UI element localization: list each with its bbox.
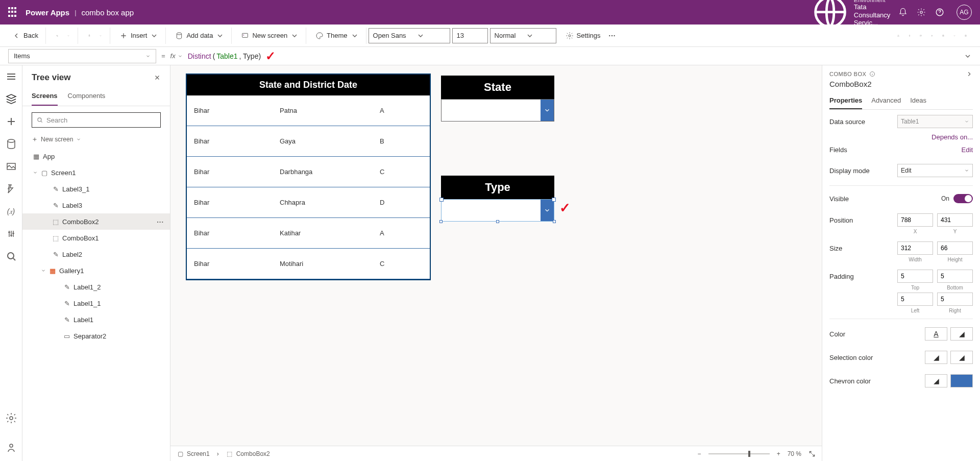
app-launcher-icon[interactable] (8, 7, 18, 17)
play-icon[interactable] (928, 32, 936, 40)
breadcrumb-screen[interactable]: ▢Screen1 (177, 450, 210, 457)
tree-node-separator2[interactable]: ▭Separator2 (22, 328, 170, 344)
avatar[interactable]: AG (957, 5, 972, 20)
height-input[interactable] (937, 241, 973, 255)
width-input[interactable] (897, 241, 933, 255)
sel-fill-color-button[interactable]: ◢ (950, 351, 973, 364)
data-source-dropdown[interactable]: Table1 (897, 115, 973, 128)
fit-icon[interactable] (808, 450, 816, 457)
rail-ask-icon[interactable] (5, 442, 17, 454)
tree-node-combobox1[interactable]: ⬚ComboBox1 (22, 230, 170, 246)
tree-search-input[interactable]: Search (32, 112, 161, 128)
fill-color-button[interactable]: ◢ (950, 327, 973, 341)
tab-screens[interactable]: Screens (32, 89, 58, 106)
rail-tools-icon[interactable] (5, 228, 17, 240)
svg-rect-9 (965, 35, 966, 36)
zoom-in-icon[interactable]: + (777, 450, 780, 457)
undo-icon[interactable] (53, 32, 61, 40)
checker-icon[interactable] (905, 32, 914, 40)
breadcrumb-control[interactable]: ⬚ComboBox2 (226, 450, 270, 457)
zoom-out-icon[interactable]: − (698, 450, 701, 457)
rail-data-icon[interactable] (5, 138, 17, 150)
theme-button[interactable]: Theme (313, 30, 360, 42)
tree-node-label2[interactable]: ✎Label2 (22, 246, 170, 262)
sel-font-color-button[interactable]: ◢ (925, 351, 947, 364)
chev-fill-color-button[interactable] (950, 374, 973, 387)
position-x-input[interactable] (897, 213, 933, 227)
tree-node-gallery1[interactable]: ▦Gallery1 (22, 262, 170, 279)
visible-toggle[interactable] (953, 194, 973, 203)
env-label: Environment (854, 0, 891, 3)
tab-components[interactable]: Components (68, 89, 106, 106)
fields-edit-link[interactable]: Edit (962, 146, 973, 154)
bell-icon[interactable] (898, 8, 908, 17)
chev-font-color-button[interactable]: ◢ (925, 374, 947, 387)
chevron-down-icon[interactable] (96, 32, 105, 40)
rail-search-icon[interactable] (5, 250, 17, 262)
font-dropdown[interactable]: Open Sans (369, 28, 450, 43)
canvas[interactable]: State and District Date BiharPatnaA Biha… (170, 65, 816, 288)
padding-left-input[interactable] (897, 293, 933, 306)
more-icon[interactable]: ··· (157, 218, 164, 226)
properties-panel: COMBO BOX ComboBox2 Properties Advanced … (822, 65, 980, 461)
combobox-type[interactable] (441, 199, 554, 222)
close-icon[interactable] (154, 74, 161, 81)
gear-icon (566, 32, 574, 40)
settings-button[interactable]: Settings (564, 30, 603, 42)
add-data-button[interactable]: Add data (173, 30, 226, 42)
new-screen-link[interactable]: New screen (22, 134, 170, 148)
padding-bottom-input[interactable] (937, 270, 973, 283)
rail-variable-icon[interactable]: (𝑥) (5, 205, 17, 217)
new-screen-button[interactable]: New screen (239, 30, 301, 42)
brand-name[interactable]: Power Apps (26, 8, 69, 17)
tree-node-label3-1[interactable]: ✎Label3_1 (22, 181, 170, 197)
padding-top-input[interactable] (897, 270, 933, 283)
zoom-slider[interactable] (708, 453, 770, 454)
rail-tree-icon[interactable] (5, 93, 17, 105)
font-size-input[interactable]: 13 (452, 28, 488, 43)
comment-icon[interactable] (917, 32, 925, 40)
rail-flow-icon[interactable] (5, 183, 17, 195)
rail-media-icon[interactable] (5, 160, 17, 173)
depends-on-link[interactable]: Depends on... (932, 133, 973, 141)
tree-node-screen1[interactable]: ▢Screen1 (22, 164, 170, 181)
tree-node-label1[interactable]: ✎Label1 (22, 311, 170, 328)
back-button[interactable]: Back (10, 30, 40, 42)
tree-node-label1-1[interactable]: ✎Label1_1 (22, 295, 170, 311)
rail-settings-icon[interactable] (5, 412, 17, 424)
more-icon[interactable]: ··· (606, 30, 619, 41)
share-icon[interactable] (894, 32, 902, 40)
tree-node-app[interactable]: ▦App (22, 148, 170, 164)
rail-hamburger-icon[interactable] (5, 70, 17, 83)
display-mode-dropdown[interactable]: Edit (897, 164, 973, 177)
info-icon[interactable] (869, 71, 875, 77)
font-color-button[interactable]: A (925, 327, 947, 341)
publish-icon[interactable] (962, 32, 970, 40)
combobox-state[interactable] (441, 99, 554, 122)
chevron-right-icon[interactable] (966, 70, 973, 78)
tree-node-label1-2[interactable]: ✎Label1_2 (22, 279, 170, 295)
rail-plus-icon[interactable] (5, 115, 17, 128)
font-weight-dropdown[interactable]: Normal (490, 28, 556, 43)
tree-node-label3[interactable]: ✎Label3 (22, 197, 170, 213)
tab-ideas[interactable]: Ideas (910, 93, 926, 109)
padding-right-input[interactable] (937, 293, 973, 306)
insert-button[interactable]: Insert (117, 30, 161, 42)
expand-formula-icon[interactable] (964, 52, 972, 60)
help-icon[interactable] (935, 8, 944, 17)
label-icon: ✎ (52, 185, 59, 192)
fx-label[interactable]: fx (170, 52, 183, 60)
paste-icon[interactable] (85, 32, 93, 40)
environment-picker[interactable]: Environment Tata Consultancy Servic... (811, 0, 891, 32)
tab-advanced[interactable]: Advanced (871, 93, 901, 109)
tree-node-combobox2[interactable]: ⬚ComboBox2··· (22, 213, 170, 230)
property-dropdown[interactable]: Items (8, 49, 156, 63)
gear-icon[interactable] (917, 8, 926, 17)
formula-input[interactable]: Distinct (Table1, Type) ✓ (188, 49, 959, 63)
chevron-down-icon[interactable] (950, 32, 959, 40)
tab-properties[interactable]: Properties (829, 93, 862, 109)
chevron-down-icon[interactable] (64, 32, 72, 40)
control-name[interactable]: ComboBox2 (829, 80, 973, 88)
position-y-input[interactable] (937, 213, 973, 227)
save-icon[interactable] (939, 32, 947, 40)
